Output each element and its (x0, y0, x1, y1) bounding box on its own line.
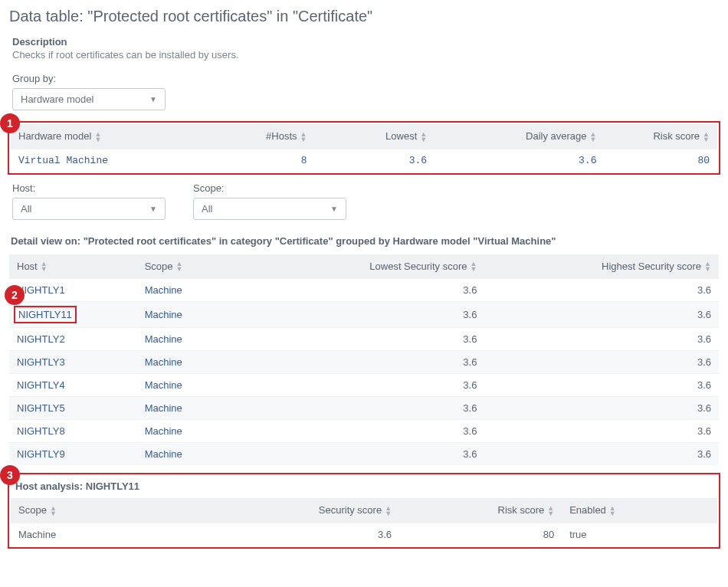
table-row[interactable]: NIGHTLY2Machine3.63.6 (9, 328, 719, 351)
detail-lowsec: 3.6 (251, 302, 485, 328)
sort-icon: ▲▼ (420, 132, 427, 143)
detail-lowsec: 3.6 (251, 279, 485, 302)
description-text: Checks if root certificates can be insta… (12, 49, 722, 61)
analysis-scope: Machine (11, 523, 152, 546)
col-daily[interactable]: Daily average▲▼ (435, 124, 604, 149)
sort-icon: ▲▼ (590, 132, 597, 143)
scope-filter-label: Scope: (193, 182, 346, 194)
sort-icon: ▲▼ (176, 261, 183, 272)
detail-host-link[interactable]: NIGHTLY5 (9, 397, 137, 420)
detail-highsec: 3.6 (484, 443, 719, 466)
detail-scope-link[interactable]: Machine (137, 302, 251, 328)
sort-icon: ▲▼ (609, 506, 616, 516)
analysis-secscore: 3.6 (152, 523, 399, 546)
detail-highsec: 3.6 (484, 279, 719, 302)
sort-icon: ▲▼ (50, 506, 57, 516)
detail-host-link[interactable]: NIGHTLY8 (9, 420, 137, 443)
sort-icon: ▲▼ (300, 132, 307, 143)
sort-icon: ▲▼ (41, 261, 48, 272)
table-row[interactable]: 2NIGHTLY11Machine3.63.6 (9, 302, 719, 328)
scope-filter-value: All (202, 203, 212, 215)
detail-scope-link[interactable]: Machine (137, 397, 251, 420)
host-analysis-title: Host analysis: NIGHTLY11 (11, 476, 717, 498)
col-enabled[interactable]: Enabled▲▼ (562, 498, 717, 523)
groupby-dropdown[interactable]: Hardware model ▼ (12, 88, 166, 110)
scope-filter-dropdown[interactable]: All ▼ (193, 198, 346, 220)
sort-icon: ▲▼ (547, 506, 554, 516)
col-risk[interactable]: Risk score▲▼ (604, 124, 717, 149)
detail-lowsec: 3.6 (251, 351, 485, 374)
host-filter-label: Host: (12, 182, 166, 194)
col-secscore[interactable]: Security score▲▼ (152, 498, 399, 523)
summary-row[interactable]: Virtual Machine 8 3.6 3.6 80 (11, 149, 717, 172)
detail-highsec: 3.6 (484, 302, 719, 328)
detail-lowsec: 3.6 (251, 374, 485, 397)
detail-host-link[interactable]: NIGHTLY1 (9, 279, 137, 302)
groupby-value: Hardware model (21, 93, 93, 105)
annotation-marker-2: 2 (5, 285, 25, 305)
detail-highsec: 3.6 (484, 420, 719, 443)
table-row[interactable]: NIGHTLY1Machine3.63.6 (9, 279, 719, 302)
detail-host-link[interactable]: NIGHTLY9 (9, 443, 137, 466)
table-row[interactable]: NIGHTLY5Machine3.63.6 (9, 397, 719, 420)
detail-lowsec: 3.6 (251, 420, 485, 443)
caret-down-icon: ▼ (149, 95, 157, 103)
detail-scope-link[interactable]: Machine (137, 374, 251, 397)
table-row[interactable]: NIGHTLY8Machine3.63.6 (9, 420, 719, 443)
analysis-row: Machine 3.6 80 true (11, 523, 717, 546)
table-row[interactable]: NIGHTLY4Machine3.63.6 (9, 374, 719, 397)
col-hosts[interactable]: #Hosts▲▼ (180, 124, 314, 149)
col-host[interactable]: Host▲▼ (9, 254, 137, 279)
filters-row: Host: All ▼ Scope: All ▼ (6, 182, 722, 220)
summary-lowest: 3.6 (314, 149, 435, 172)
detail-scope-link[interactable]: Machine (137, 351, 251, 374)
detail-header-row: Host▲▼ Scope▲▼ Lowest Security score▲▼ H… (9, 254, 719, 279)
caret-down-icon: ▼ (149, 205, 157, 213)
description-label: Description (12, 36, 722, 48)
detail-table: Host▲▼ Scope▲▼ Lowest Security score▲▼ H… (9, 254, 719, 466)
detail-highsec: 3.6 (484, 397, 719, 420)
sort-icon: ▲▼ (704, 261, 711, 272)
detail-highsec: 3.6 (484, 374, 719, 397)
detail-scope-link[interactable]: Machine (137, 420, 251, 443)
detail-host-link[interactable]: NIGHTLY4 (9, 374, 137, 397)
col-lowsec[interactable]: Lowest Security score▲▼ (251, 254, 485, 279)
col-lowest[interactable]: Lowest▲▼ (314, 124, 435, 149)
summary-highlight-box: 1 Hardware model▲▼ #Hosts▲▼ Lowest▲▼ Dai… (8, 121, 720, 175)
col-scope[interactable]: Scope▲▼ (137, 254, 251, 279)
summary-hosts: 8 (180, 149, 314, 172)
summary-hwmodel-link[interactable]: Virtual Machine (11, 149, 180, 172)
detail-highsec: 3.6 (484, 328, 719, 351)
detail-scope-link[interactable]: Machine (137, 443, 251, 466)
annotation-marker-3: 3 (0, 465, 20, 485)
col-hwmodel[interactable]: Hardware model▲▼ (11, 124, 180, 149)
detail-view-title: Detail view on: "Protected root certific… (11, 235, 722, 247)
analysis-enabled: true (562, 523, 717, 546)
summary-table: Hardware model▲▼ #Hosts▲▼ Lowest▲▼ Daily… (11, 124, 717, 172)
summary-daily: 3.6 (435, 149, 604, 172)
groupby-label: Group by: (12, 73, 722, 84)
detail-host-link[interactable]: NIGHTLY3 (9, 351, 137, 374)
detail-lowsec: 3.6 (251, 397, 485, 420)
analysis-header-row: Scope▲▼ Security score▲▼ Risk score▲▼ En… (11, 498, 717, 523)
table-row[interactable]: NIGHTLY9Machine3.63.6 (9, 443, 719, 466)
analysis-riskscore: 80 (399, 523, 562, 546)
caret-down-icon: ▼ (330, 205, 338, 213)
col-riskscore[interactable]: Risk score▲▼ (399, 498, 562, 523)
host-analysis-highlight-box: 3 Host analysis: NIGHTLY11 Scope▲▼ Secur… (8, 473, 720, 549)
sort-icon: ▲▼ (385, 506, 392, 516)
detail-scope-link[interactable]: Machine (137, 279, 251, 302)
detail-scope-link[interactable]: Machine (137, 328, 251, 351)
col-highsec[interactable]: Highest Security score▲▼ (484, 254, 719, 279)
detail-lowsec: 3.6 (251, 328, 485, 351)
col-scope[interactable]: Scope▲▼ (11, 498, 152, 523)
sort-icon: ▲▼ (470, 261, 477, 272)
host-filter-dropdown[interactable]: All ▼ (12, 198, 166, 220)
detail-host-link[interactable]: 2NIGHTLY11 (9, 302, 137, 328)
host-analysis-table: Scope▲▼ Security score▲▼ Risk score▲▼ En… (11, 498, 717, 546)
annotation-marker-1: 1 (0, 113, 20, 133)
sort-icon: ▲▼ (94, 132, 101, 143)
page-title: Data table: "Protected root certificates… (9, 8, 722, 25)
detail-host-link[interactable]: NIGHTLY2 (9, 328, 137, 351)
table-row[interactable]: NIGHTLY3Machine3.63.6 (9, 351, 719, 374)
